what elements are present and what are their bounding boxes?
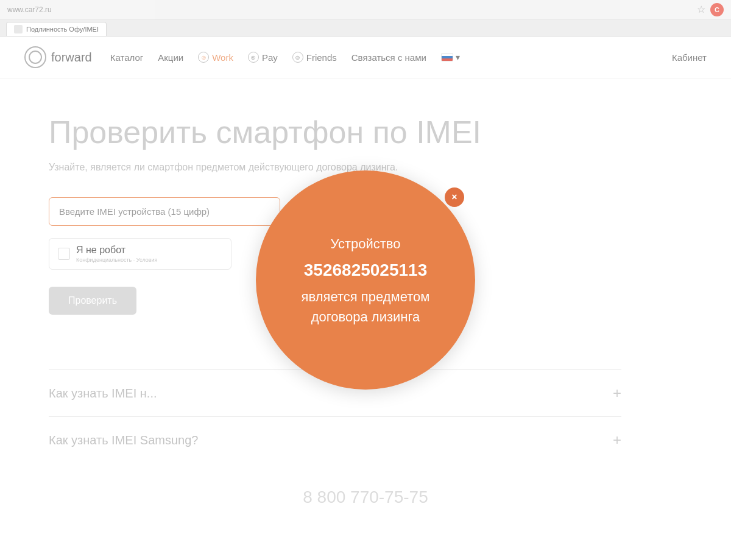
modal-content: Устройство 3526825025113 является предме… [302,234,430,327]
modal-line4: договора лизинга [302,307,430,327]
modal-close-button[interactable]: × [445,187,464,207]
modal-imei: 3526825025113 [302,257,430,283]
modal-circle: × Устройство 3526825025113 является пред… [256,170,475,390]
modal-line1: Устройство [302,234,430,254]
modal-overlay: × Устройство 3526825025113 является пред… [0,0,731,531]
modal-line3: является предметом [302,287,430,307]
